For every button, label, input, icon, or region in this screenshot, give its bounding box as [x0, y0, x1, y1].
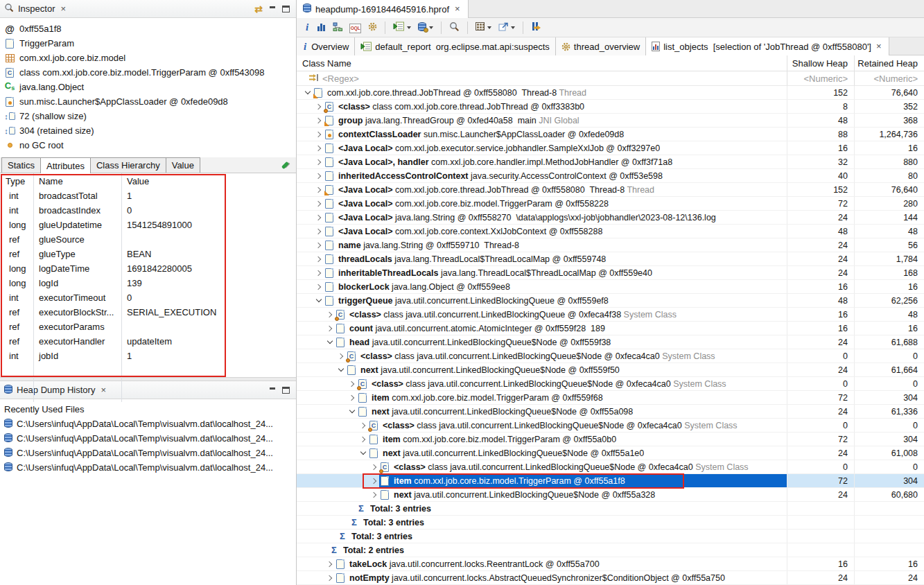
- tab-value[interactable]: Value: [166, 157, 200, 173]
- chevron-collapsed-icon[interactable]: [313, 174, 324, 178]
- tree-row[interactable]: threadLocals java.lang.ThreadLocal$Threa…: [297, 252, 924, 266]
- attribute-row[interactable]: long logId 139: [0, 276, 296, 290]
- expert-gear-button[interactable]: [365, 19, 380, 36]
- tree-row[interactable]: takeLock java.util.concurrent.locks.Reen…: [297, 557, 924, 571]
- result-tab-default-report-org-eclipse-mat-a[interactable]: default_report org.eclipse.mat.api:suspe…: [355, 37, 555, 55]
- inspector-item[interactable]: com.xxl.job.core.biz.model: [0, 51, 296, 65]
- dropdown-arrow-icon[interactable]: [487, 26, 491, 29]
- chevron-expanded-icon[interactable]: [335, 369, 346, 371]
- recent-file-item[interactable]: C:\Users\infuq\AppData\Local\Temp\visual…: [0, 460, 296, 475]
- tree-row[interactable]: Σ Total: 3 entries: [297, 530, 924, 543]
- result-tab-list-objects-selection-of-jobthr[interactable]: list_objects [selection of 'JobThread @ …: [646, 37, 889, 55]
- attribute-row[interactable]: int jobId 1: [0, 349, 296, 363]
- chevron-collapsed-icon[interactable]: [313, 188, 324, 192]
- attribute-row[interactable]: int executorTimeout 0: [0, 290, 296, 305]
- recent-file-item[interactable]: C:\Users\infuq\AppData\Local\Temp\visual…: [0, 446, 296, 460]
- inspector-item[interactable]: @ 0xff55a1f8: [0, 21, 296, 36]
- chevron-expanded-icon[interactable]: [358, 452, 368, 454]
- attribute-row[interactable]: ref executorHandler updateItem: [0, 334, 296, 349]
- chevron-collapsed-icon[interactable]: [313, 243, 324, 247]
- close-icon[interactable]: ×: [453, 5, 462, 13]
- dropdown-arrow-icon[interactable]: [429, 26, 433, 29]
- chevron-collapsed-icon[interactable]: [313, 285, 324, 289]
- query-browser-button[interactable]: [415, 19, 436, 36]
- info-button[interactable]: i: [302, 19, 313, 36]
- chevron-collapsed-icon[interactable]: [313, 202, 324, 206]
- chevron-collapsed-icon[interactable]: [313, 105, 324, 109]
- histogram-button[interactable]: [314, 19, 329, 36]
- column-header-retained-heap[interactable]: Retained Heap: [854, 55, 924, 71]
- tree-row[interactable]: C <class> class java.util.concurrent.Lin…: [297, 377, 924, 391]
- dropdown-arrow-icon[interactable]: [511, 26, 515, 29]
- attribute-row[interactable]: ref executorParams: [0, 320, 296, 334]
- tree-row[interactable]: C <class> class java.util.concurrent.Lin…: [297, 460, 924, 474]
- attribute-row[interactable]: ref executorBlockStr... SERIAL_EXECUTION: [0, 305, 296, 320]
- dominator-tree-button[interactable]: [330, 19, 345, 36]
- tree-row[interactable]: next java.util.concurrent.LinkedBlocking…: [297, 446, 924, 460]
- threads-button[interactable]: [528, 19, 544, 36]
- tree-row[interactable]: <Java Local>, handler com.xxl.job.core.h…: [297, 155, 924, 169]
- attribute-row[interactable]: long glueUpdatetime 1541254891000: [0, 218, 296, 232]
- tree-row[interactable]: contextClassLoader sun.misc.Launcher$App…: [297, 128, 924, 141]
- tree-row[interactable]: Σ Total: 3 entries: [297, 502, 924, 516]
- tree-row[interactable]: next java.util.concurrent.LinkedBlocking…: [297, 405, 924, 419]
- chevron-collapsed-icon[interactable]: [369, 465, 379, 469]
- chevron-collapsed-icon[interactable]: [358, 437, 368, 442]
- tree-row[interactable]: triggerQueue java.util.concurrent.Linked…: [297, 294, 924, 308]
- inspector-item[interactable]: C class com.xxl.job.core.biz.model.Trigg…: [0, 65, 296, 80]
- chevron-collapsed-icon[interactable]: [347, 396, 357, 400]
- editor-tab-heapdump[interactable]: heapdump-1691844645916.hprof ×: [297, 0, 469, 18]
- inspector-item[interactable]: Cs java.lang.Object: [0, 80, 296, 94]
- inspector-item[interactable]: no GC root: [0, 138, 296, 152]
- attribute-row[interactable]: ref glueSource: [0, 232, 296, 247]
- tree-row[interactable]: <Java Local> com.xxl.job.core.biz.model.…: [297, 197, 924, 211]
- maximize-icon[interactable]: [282, 6, 290, 12]
- chevron-expanded-icon[interactable]: [302, 91, 313, 94]
- recent-file-item[interactable]: C:\Users\infuq\AppData\Local\Temp\visual…: [0, 417, 296, 431]
- chevron-collapsed-icon[interactable]: [313, 216, 324, 220]
- dropdown-arrow-icon[interactable]: [407, 26, 411, 29]
- close-icon[interactable]: ×: [875, 42, 883, 51]
- inspector-item[interactable]: sun.misc.Launcher$AppClassLoader @ 0xfed…: [0, 94, 296, 109]
- tab-class-hierarchy[interactable]: Class Hierarchy: [90, 157, 166, 173]
- chevron-collapsed-icon[interactable]: [313, 119, 324, 123]
- tree-row[interactable]: <Java Local> com.xxl.job.executor.servic…: [297, 141, 924, 155]
- export-button[interactable]: [496, 19, 518, 36]
- result-tab-overview[interactable]: i Overview: [297, 37, 355, 55]
- regex-filter-field[interactable]: <Regex>: [322, 73, 359, 84]
- chevron-collapsed-icon[interactable]: [358, 424, 368, 428]
- tree-row[interactable]: C <class> class java.util.concurrent.Lin…: [297, 419, 924, 433]
- attribute-row[interactable]: int broadcastIndex 0: [0, 203, 296, 218]
- tree-row[interactable]: <Java Local> com.xxl.job.core.thread.Job…: [297, 183, 924, 197]
- chevron-expanded-icon[interactable]: [347, 410, 357, 412]
- numeric-filter-field[interactable]: <Numeric>: [787, 71, 854, 85]
- tab-attributes[interactable]: Attributes: [40, 157, 91, 173]
- inspector-item[interactable]: ↕ 304 (retained size): [0, 123, 296, 138]
- tree-row[interactable]: Σ Total: 2 entries: [297, 543, 924, 557]
- tree-row[interactable]: blockerLock java.lang.Object @ 0xff559ee…: [297, 280, 924, 294]
- tree-row[interactable]: <Java Local> com.xxl.job.core.context.Xx…: [297, 225, 924, 238]
- close-icon[interactable]: ×: [99, 386, 107, 394]
- chevron-collapsed-icon[interactable]: [369, 479, 379, 483]
- chevron-collapsed-icon[interactable]: [335, 354, 346, 358]
- maximize-icon[interactable]: [282, 387, 290, 394]
- oql-button[interactable]: OQL: [347, 19, 364, 36]
- search-button[interactable]: [446, 19, 462, 36]
- tree-row[interactable]: C <class> class java.util.concurrent.Lin…: [297, 349, 924, 363]
- tree-row[interactable]: C <class> class com.xxl.job.core.thread.…: [297, 100, 924, 114]
- chevron-collapsed-icon[interactable]: [313, 146, 324, 150]
- tree-row[interactable]: item com.xxl.job.core.biz.model.TriggerP…: [297, 474, 924, 488]
- chevron-collapsed-icon[interactable]: [313, 132, 324, 137]
- column-header-shallow-heap[interactable]: Shallow Heap: [787, 55, 854, 71]
- chevron-collapsed-icon[interactable]: [324, 576, 335, 580]
- attribute-row[interactable]: long logDateTime 1691842280005: [0, 261, 296, 276]
- tree-row[interactable]: count java.util.concurrent.atomic.Atomic…: [297, 322, 924, 335]
- tree-row[interactable]: head java.util.concurrent.LinkedBlocking…: [297, 335, 924, 349]
- recent-file-item[interactable]: C:\Users\infuq\AppData\Local\Temp\visual…: [0, 431, 296, 446]
- chevron-collapsed-icon[interactable]: [313, 257, 324, 261]
- attribute-row[interactable]: ref glueType BEAN: [0, 247, 296, 261]
- tree-row[interactable]: next java.util.concurrent.LinkedBlocking…: [297, 488, 924, 502]
- tree-row[interactable]: group java.lang.ThreadGroup @ 0xfed40a58…: [297, 114, 924, 128]
- tree-row[interactable]: next java.util.concurrent.LinkedBlocking…: [297, 363, 924, 377]
- chevron-collapsed-icon[interactable]: [324, 326, 335, 331]
